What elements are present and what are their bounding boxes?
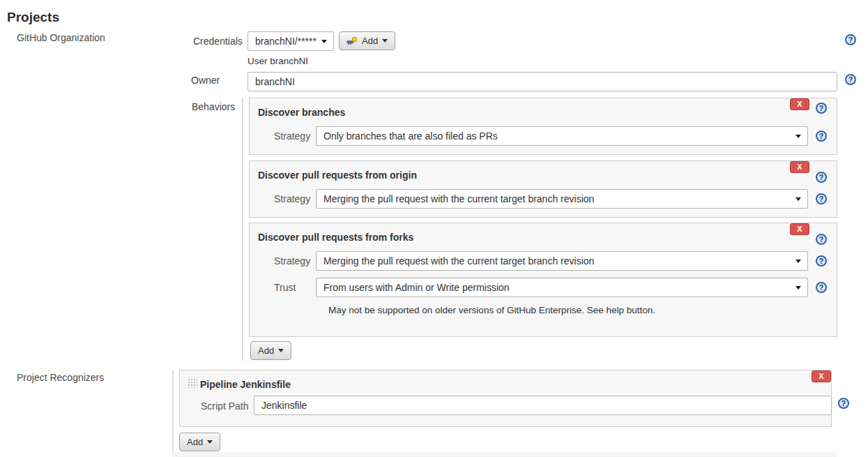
strategy-select[interactable]: Only branches that are also filed as PRs	[316, 126, 808, 146]
remove-behavior-button[interactable]: X	[790, 161, 809, 173]
chevron-down-icon	[278, 349, 284, 352]
projects-config-page: Projects GitHub Organization Credentials…	[0, 0, 868, 457]
strategy-help-icon[interactable]: ?	[816, 193, 827, 204]
strategy-select-value: Merging the pull request with the curren…	[323, 255, 594, 267]
strategy-help-icon[interactable]: ?	[816, 130, 827, 142]
trust-help-icon[interactable]: ?	[816, 282, 827, 293]
trust-label: Trust	[274, 283, 296, 292]
footer-divider	[172, 452, 837, 457]
owner-help-icon[interactable]: ?	[845, 74, 856, 85]
add-recognizer-button[interactable]: Add	[179, 433, 220, 451]
page-title: Projects	[7, 10, 59, 25]
strategy-label: Strategy	[274, 131, 310, 141]
drag-handle-icon[interactable]	[188, 378, 197, 388]
chevron-down-icon	[321, 40, 327, 43]
strategy-select[interactable]: Merging the pull request with the curren…	[316, 189, 808, 209]
recognizer-pipeline-jenkinsfile: Pipeline Jenkinsfile X Script Path	[179, 370, 832, 427]
add-credentials-label: Add	[362, 36, 378, 46]
project-recognizers-label: Project Recognizers	[17, 372, 104, 383]
behavior-discover-pr-origin: Discover pull requests from origin X ? S…	[249, 160, 837, 218]
owner-input[interactable]	[248, 72, 837, 91]
strategy-label: Strategy	[274, 256, 310, 266]
chevron-down-icon	[207, 440, 213, 444]
behavior-help-icon[interactable]: ?	[816, 172, 827, 183]
credentials-select[interactable]: branchNI/******	[248, 31, 334, 51]
strategy-label: Strategy	[274, 194, 310, 204]
chevron-down-icon	[795, 135, 801, 138]
forks-support-note: May not be supported on older versions o…	[328, 305, 655, 315]
script-path-help-icon[interactable]: ?	[838, 398, 849, 409]
behaviors-label: Behaviors	[192, 101, 235, 112]
trust-select[interactable]: From users with Admin or Write permissio…	[316, 278, 808, 297]
project-recognizers-container-line	[172, 370, 174, 452]
strategy-help-icon[interactable]: ?	[816, 255, 827, 267]
recognizer-title: Pipeline Jenkinsfile	[200, 380, 291, 389]
key-icon	[347, 36, 358, 46]
chevron-down-icon	[795, 286, 801, 290]
credentials-help-icon[interactable]: ?	[845, 34, 856, 45]
chevron-down-icon	[795, 197, 801, 201]
behavior-help-icon[interactable]: ?	[816, 103, 827, 114]
add-behavior-button[interactable]: Add	[250, 341, 291, 360]
script-path-input[interactable]	[254, 396, 832, 415]
behavior-title: Discover branches	[258, 107, 345, 117]
chevron-down-icon	[382, 39, 388, 43]
chevron-down-icon	[795, 260, 801, 263]
github-organization-label: GitHub Organization	[17, 32, 105, 43]
behavior-discover-branches: Discover branches X ? Strategy Only bran…	[249, 98, 837, 155]
add-credentials-button[interactable]: Add	[339, 31, 395, 50]
strategy-select[interactable]: Merging the pull request with the curren…	[316, 251, 808, 271]
behavior-help-icon[interactable]: ?	[816, 234, 827, 245]
add-behavior-label: Add	[258, 345, 274, 356]
trust-select-value: From users with Admin or Write permissio…	[323, 282, 510, 293]
behavior-title: Discover pull requests from forks	[258, 232, 413, 242]
remove-behavior-button[interactable]: X	[790, 223, 809, 235]
behavior-title: Discover pull requests from origin	[258, 170, 417, 180]
behaviors-container-line	[242, 98, 243, 361]
credentials-label: Credentials	[193, 36, 243, 47]
credentials-description: User branchNI	[248, 56, 308, 66]
script-path-label: Script Path	[201, 401, 248, 411]
strategy-select-value: Only branches that are also filed as PRs	[323, 130, 498, 142]
remove-behavior-button[interactable]: X	[790, 98, 809, 110]
remove-recognizer-button[interactable]: X	[812, 370, 831, 382]
add-recognizer-label: Add	[187, 437, 203, 447]
credentials-select-value: branchNI/******	[255, 36, 317, 47]
behavior-discover-pr-forks: Discover pull requests from forks X ? St…	[249, 223, 837, 337]
owner-label: Owner	[191, 75, 220, 86]
strategy-select-value: Merging the pull request with the curren…	[323, 193, 594, 204]
